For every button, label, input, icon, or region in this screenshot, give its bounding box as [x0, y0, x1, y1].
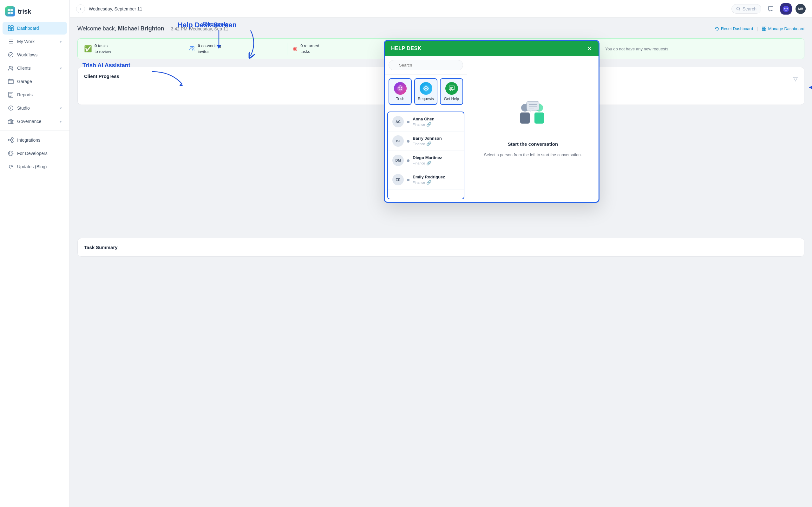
main-area: ‹ Wednesday, September 11 Search [70, 0, 812, 507]
sidebar: trisk Dashboard ☰ My Work ∨ [0, 0, 70, 507]
sidebar-item-label-my-work: My Work [17, 39, 35, 44]
svg-rect-39 [535, 112, 544, 124]
svg-point-15 [11, 141, 13, 143]
helpdesk-search-area: 🔍 [385, 56, 467, 74]
contact-barry-johnson[interactable]: BJ Barry Johnson Finance 🔗 [388, 131, 464, 151]
stat-tasks-review[interactable]: ✅ 0 tasksto review [84, 43, 183, 55]
chat-button[interactable] [765, 3, 776, 14]
governance-icon [8, 118, 14, 124]
conversation-title: Start the conversation [508, 141, 558, 147]
contact-diego-martinez[interactable]: DM Diego Martinez Finance 🔗 [388, 151, 464, 170]
svg-rect-0 [8, 9, 10, 11]
contact-anna-chen[interactable]: AC Anna Chen Finance 🔗 [388, 112, 464, 131]
svg-point-30 [397, 85, 403, 92]
welcome-actions: Reset Dashboard | Manage Dashboard [715, 26, 804, 32]
helpdesk-left-panel: 🔍 [385, 56, 467, 202]
svg-rect-4 [8, 26, 10, 27]
sidebar-item-for-developers[interactable]: For Developers [3, 147, 67, 160]
search-bar[interactable]: Search [731, 4, 761, 14]
tasks-review-icon: ✅ [84, 45, 92, 53]
topbar: ‹ Wednesday, September 11 Search [70, 0, 812, 18]
search-label: Search [743, 6, 757, 11]
link-icon-diego: 🔗 [426, 161, 432, 165]
logo-text: trisk [18, 8, 31, 15]
integrations-icon [8, 137, 14, 143]
svg-point-13 [8, 139, 10, 141]
svg-point-32 [401, 87, 402, 89]
svg-point-19 [784, 8, 786, 9]
sidebar-item-my-work[interactable]: ☰ My Work ∨ [3, 35, 67, 48]
tab-trish[interactable]: Trish [389, 78, 412, 105]
svg-rect-37 [520, 112, 530, 124]
sidebar-item-label-developers: For Developers [17, 151, 48, 156]
sidebar-item-clients[interactable]: Clients ∨ [3, 62, 67, 74]
clients-icon [8, 65, 14, 71]
svg-marker-28 [217, 45, 221, 49]
sidebar-item-updates-blog[interactable]: Updates (Blog) [3, 160, 67, 173]
sidebar-item-reports[interactable]: Reports [3, 89, 67, 101]
chat-icon [768, 6, 774, 12]
helpdesk-tabs: Trish [385, 74, 467, 109]
welcome-row: Welcome back, Michael Brighton 3:42 PM W… [78, 25, 804, 32]
sidebar-item-label-garage: Garage [17, 79, 32, 84]
sidebar-item-governance[interactable]: Governance ∨ [3, 115, 67, 128]
back-button[interactable]: ‹ [76, 4, 85, 13]
sidebar-item-studio[interactable]: Studio ∨ [3, 102, 67, 114]
developers-icon [8, 150, 14, 157]
status-emily-rodriguez [407, 179, 409, 181]
ai-avatar-icon [782, 5, 790, 12]
sidebar-item-label-integrations: Integrations [17, 137, 40, 143]
svg-rect-7 [11, 28, 13, 31]
user-avatar[interactable]: MB [796, 4, 806, 14]
reset-icon [715, 26, 719, 31]
sidebar-item-integrations[interactable]: Integrations [3, 134, 67, 147]
svg-point-9 [9, 66, 11, 68]
sidebar-item-label-studio: Studio [17, 106, 30, 111]
sidebar-item-dashboard[interactable]: Dashboard [3, 22, 67, 35]
tab-requests[interactable]: Requests [414, 78, 438, 105]
link-icon-emily: 🔗 [426, 180, 432, 185]
svg-marker-29 [809, 85, 812, 90]
svg-rect-3 [10, 12, 13, 14]
svg-rect-23 [762, 29, 764, 31]
svg-rect-22 [764, 27, 766, 29]
app-avatar[interactable] [780, 3, 792, 14]
svg-rect-6 [8, 28, 11, 31]
reset-dashboard-button[interactable]: Reset Dashboard [715, 26, 753, 31]
helpdesk-modal-overlay: Trish AI Assistant Requests Get Help [171, 37, 812, 507]
divider: | [757, 26, 758, 32]
studio-icon [8, 105, 14, 111]
tab-get-help[interactable]: Get Help [440, 78, 463, 105]
helpdesk-title: HELP DESK [391, 46, 421, 51]
status-barry-johnson [407, 140, 409, 143]
sidebar-item-label-dashboard: Dashboard [17, 26, 39, 31]
status-anna-chen [407, 121, 409, 123]
sidebar-item-label-clients: Clients [17, 66, 31, 71]
svg-rect-21 [762, 27, 764, 29]
back-icon: ‹ [80, 7, 81, 11]
sidebar-item-workflows[interactable]: Workflows [3, 49, 67, 61]
get-help-tab-icon [445, 82, 458, 95]
welcome-time: 3:42 PM Wednesday, Sep 11 [171, 26, 229, 32]
tab-get-help-label: Get Help [444, 97, 459, 101]
conversation-illustration [514, 100, 552, 136]
chevron-down-icon-governance: ∨ [60, 120, 62, 123]
conversation-subtitle: Select a person from the left to start t… [484, 152, 582, 158]
manage-dashboard-button[interactable]: Manage Dashboard [762, 26, 804, 31]
client-progress-title: Client Progress [84, 73, 119, 79]
link-icon-anna: 🔗 [426, 122, 432, 127]
welcome-text: Welcome back, Michael Brighton [78, 25, 166, 32]
contact-emily-rodriguez[interactable]: ER Emily Rodriguez Finance 🔗 [388, 170, 464, 189]
status-diego-martinez [407, 159, 409, 162]
sidebar-divider [0, 130, 69, 131]
content-area: Help Desk Screen Welcome back, Michael B… [70, 18, 812, 507]
app-logo: trisk [0, 4, 69, 21]
helpdesk-search-input[interactable] [389, 60, 463, 70]
helpdesk-close-button[interactable]: ✕ [587, 45, 592, 52]
chevron-down-icon-studio: ∨ [60, 107, 62, 110]
dashboard-icon [8, 25, 14, 32]
sidebar-item-garage[interactable]: Garage [3, 75, 67, 88]
svg-rect-24 [764, 29, 766, 31]
sidebar-item-label-workflows: Workflows [17, 52, 38, 57]
svg-point-18 [783, 6, 789, 12]
